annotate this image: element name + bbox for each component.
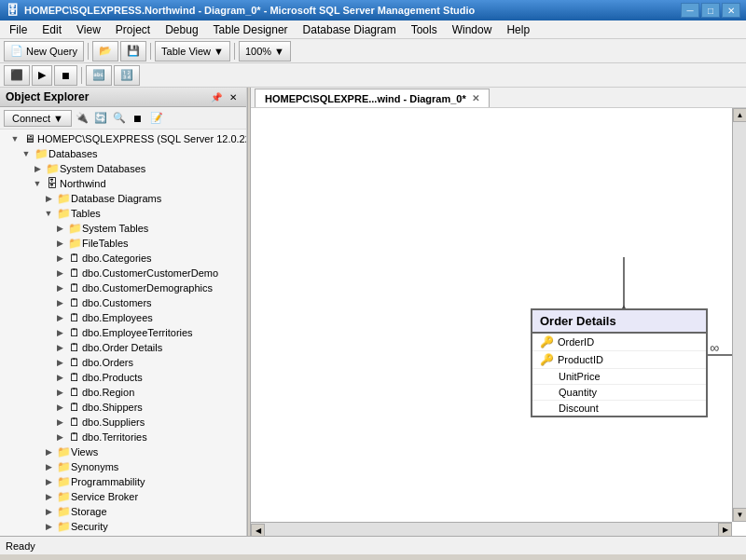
tree-item-diagrams[interactable]: ▶ 📁 Database Diagrams [0,191,246,206]
connect-label: Connect [12,113,50,124]
tree-item-orderdetails[interactable]: ▶ 🗒 dbo.Order Details [0,340,246,355]
scroll-up-button[interactable]: ▲ [733,108,746,122]
tree-item-system-tables[interactable]: ▶ 📁 System Tables [0,221,246,236]
tree-item-orders[interactable]: ▶ 🗒 dbo.Orders [0,355,246,370]
menu-item-edit[interactable]: Edit [35,21,69,38]
tree-item-shippers[interactable]: ▶ 🗒 dbo.Shippers [0,400,246,415]
tree-item-tables[interactable]: ▼ 📁 Tables [0,206,246,221]
status-text: Ready [6,540,35,552]
folder-icon: 📁 [34,147,48,160]
tb2-btn-5[interactable]: 🔢 [114,65,140,86]
table-icon: 🗒 [67,281,82,294]
diagram-tab-active[interactable]: HOMEPC\SQLEXPRE...wind - Diagram_0* ✕ [255,89,490,107]
vertical-scrollbar[interactable]: ▲ ▼ [732,108,746,522]
horizontal-scrollbar[interactable]: ◀ ▶ [251,522,732,536]
tree-item-security-northwind[interactable]: ▶ 📁 Security [0,519,246,534]
table-icon: 🗒 [67,326,82,339]
oe-disconnect-btn[interactable]: 🔌 [74,110,90,127]
scroll-right-button[interactable]: ▶ [718,523,732,536]
tree-item-products[interactable]: ▶ 🗒 dbo.Products [0,370,246,385]
window-controls: ─ □ ✕ [681,3,740,18]
tree-item-servicebroker[interactable]: ▶ 📁 Service Broker [0,489,246,504]
table-icon: 🗒 [67,371,82,384]
tree-item-storage[interactable]: ▶ 📁 Storage [0,504,246,519]
expander-icon: ▶ [52,328,67,337]
tb2-btn-2[interactable]: ▶ [32,65,52,86]
minimize-button[interactable]: ─ [681,3,699,18]
oe-refresh-btn[interactable]: 🔄 [92,110,109,127]
tree-item-synonyms[interactable]: ▶ 📁 Synonyms [0,459,246,474]
oe-stop-btn[interactable]: ⏹ [130,110,146,127]
tb2-btn-4[interactable]: 🔤 [86,65,112,86]
security-northwind-label: Security [71,521,108,532]
menu-item-file[interactable]: File [2,21,35,38]
tree-item-customercustomerdemo[interactable]: ▶ 🗒 dbo.CustomerCustomerDemo [0,266,246,280]
table-icon: 🗒 [67,311,82,324]
menu-item-help[interactable]: Help [499,21,537,38]
table-row[interactable]: 🔑 ProductID [532,351,706,369]
table-label: dbo.Products [82,372,143,383]
order-details-table[interactable]: Order Details 🔑 OrderID 🔑 ProductID Unit… [531,308,708,417]
tree-item-employeeterritories[interactable]: ▶ 🗒 dbo.EmployeeTerritories [0,325,246,340]
menu-item-window[interactable]: Window [445,21,500,38]
table-row[interactable]: Quantity [532,385,706,401]
system-tables-label: System Tables [82,223,148,234]
connect-button[interactable]: Connect ▼ [4,110,72,127]
tree-item-territories[interactable]: ▶ 🗒 dbo.Territories [0,430,246,444]
close-button[interactable]: ✕ [722,3,740,18]
tree-item-northwind[interactable]: ▼ 🗄 Northwind [0,176,246,191]
field-name: OrderID [558,336,594,348]
object-explorer: Object Explorer 📌 ✕ Connect ▼ 🔌 🔄 🔍 ⏹ 📝 … [0,88,247,536]
oe-filter-btn[interactable]: 🔍 [111,110,128,127]
scroll-left-button[interactable]: ◀ [251,524,265,536]
server-label: HOMEPC\SQLEXPRESS (SQL Server 12.0.2269 … [37,133,246,144]
oe-pin-button[interactable]: 📌 [209,90,224,103]
scroll-down-button[interactable]: ▼ [733,508,746,522]
menu-item-debug[interactable]: Debug [158,21,205,38]
tree-item-employees[interactable]: ▶ 🗒 dbo.Employees [0,310,246,325]
new-query-button[interactable]: 📄 New Query [4,41,84,61]
menu-item-project[interactable]: Project [108,21,158,38]
tab-close-button[interactable]: ✕ [472,93,479,103]
menu-item-table designer[interactable]: Table Designer [206,21,296,38]
table-row[interactable]: UnitPrice [532,369,706,385]
table-view-button[interactable]: Table View ▼ [155,41,230,61]
expander-icon: ▶ [41,477,56,486]
table-label: dbo.Customers [82,297,152,308]
toolbar-btn-1[interactable]: 📂 [92,41,118,61]
tree-item-region[interactable]: ▶ 🗒 dbo.Region [0,385,246,400]
zoom-btn[interactable]: 100% ▼ [239,41,291,61]
table-row[interactable]: 🔑 OrderID [532,334,706,351]
menu-item-view[interactable]: View [69,21,108,38]
tree-item-server[interactable]: ▼ 🖥 HOMEPC\SQLEXPRESS (SQL Server 12.0.2… [0,131,246,146]
tree-item-customers[interactable]: ▶ 🗒 dbo.Customers [0,295,246,310]
expander-icon: ▶ [52,298,67,307]
expander-icon: ▼ [7,134,22,143]
object-explorer-tree: ▼ 🖥 HOMEPC\SQLEXPRESS (SQL Server 12.0.2… [0,130,246,536]
tree-item-customerdemographics[interactable]: ▶ 🗒 dbo.CustomerDemographics [0,280,246,295]
toolbar-btn-2[interactable]: 💾 [120,41,146,61]
new-query-icon: 📄 [10,45,23,57]
northwind-label: Northwind [60,178,106,189]
tb2-btn-1[interactable]: ⬛ [4,65,30,86]
menu-item-database diagram[interactable]: Database Diagram [296,21,404,38]
maximize-button[interactable]: □ [701,3,720,18]
tb2-btn-3[interactable]: ⏹ [54,65,77,86]
oe-scripting-btn[interactable]: 📝 [148,110,165,127]
filetables-label: FileTables [82,238,129,249]
folder-icon: 📁 [67,237,82,250]
oe-close-button[interactable]: ✕ [226,90,241,103]
tree-item-filetables[interactable]: ▶ 📁 FileTables [0,236,246,251]
tree-item-views[interactable]: ▶ 📁 Views [0,444,246,459]
tree-item-security-top[interactable]: ▼ 📁 Security [0,534,246,536]
table-view-label: Table View [161,46,211,57]
diagram-canvas[interactable]: ∞ 🗝 🗝 Order Details 🔑 [251,108,746,536]
tree-item-system-databases[interactable]: ▶ 📁 System Databases [0,161,246,176]
expander-icon: ▶ [52,358,67,367]
tree-item-categories[interactable]: ▶ 🗒 dbo.Categories [0,251,246,266]
tree-item-programmability[interactable]: ▶ 📁 Programmability [0,474,246,489]
menu-item-tools[interactable]: Tools [404,21,445,38]
tree-item-databases[interactable]: ▼ 📁 Databases [0,146,246,161]
tree-item-suppliers[interactable]: ▶ 🗒 dbo.Suppliers [0,415,246,430]
table-row[interactable]: Discount [532,401,706,416]
